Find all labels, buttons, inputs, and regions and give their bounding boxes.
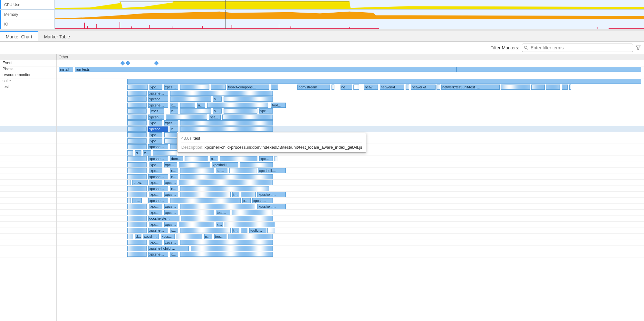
marker-dense[interactable] <box>127 234 133 239</box>
marker-dense[interactable] <box>127 96 147 102</box>
marker-dense[interactable] <box>406 85 409 90</box>
phase-continuation[interactable] <box>457 67 641 72</box>
marker-dense[interactable] <box>501 85 530 90</box>
marker-dense[interactable] <box>546 85 560 90</box>
marker-bar[interactable]: xpcs… <box>164 240 178 245</box>
track-row[interactable]: xpc…xpcs…t…xpcshell.… <box>57 192 644 198</box>
marker-bar[interactable]: xpcshe… <box>148 252 168 257</box>
track-row[interactable]: xpcshe…xp…n…tool… <box>57 102 644 108</box>
funnel-icon[interactable] <box>636 45 641 50</box>
marker-dense[interactable] <box>170 144 177 149</box>
marker-dense[interactable] <box>180 85 209 90</box>
marker-bar[interactable]: test… <box>216 210 230 215</box>
row-label-empty[interactable] <box>0 186 56 192</box>
marker-bar[interactable]: xpcshe… <box>148 103 168 108</box>
row-label-empty[interactable] <box>0 120 56 126</box>
track-row[interactable]: installrun-tests <box>57 66 644 73</box>
marker-bar[interactable]: se… <box>216 168 227 173</box>
track-row[interactable]: xpc…xpcs…xpcshell.… <box>57 204 644 210</box>
marker-bar[interactable]: xpcshe… <box>148 198 168 203</box>
marker-dense[interactable] <box>240 162 273 167</box>
row-label-empty[interactable] <box>0 246 56 252</box>
marker-bar[interactable]: xpcshe… <box>148 174 168 179</box>
cpu-graph-row[interactable]: CPU Use <box>0 0 644 10</box>
marker-bar[interactable]: xp… <box>170 186 178 191</box>
marker-bar[interactable]: netwerk/t… <box>411 85 436 90</box>
track-row[interactable]: xpc…xpcs…test… <box>57 210 644 216</box>
marker-bar[interactable]: netw… <box>364 85 378 90</box>
row-label-empty[interactable] <box>0 234 56 240</box>
marker-dense[interactable] <box>241 228 247 233</box>
row-label-empty[interactable] <box>0 150 56 156</box>
marker-dense[interactable] <box>180 168 214 173</box>
marker-dense[interactable] <box>127 144 147 149</box>
marker-dense[interactable] <box>267 228 275 233</box>
marker-bar[interactable]: xpcsh… <box>143 234 159 239</box>
marker-dense[interactable] <box>127 198 131 203</box>
marker-bar[interactable]: xpc… <box>149 210 162 215</box>
marker-bar[interactable]: netwerk/t… <box>380 85 405 90</box>
marker-dense[interactable] <box>232 210 273 215</box>
marker-bar[interactable]: xpc… <box>149 85 162 90</box>
row-label[interactable]: Phase <box>0 66 56 73</box>
marker-dense[interactable] <box>170 198 241 203</box>
marker-dense[interactable] <box>353 85 359 90</box>
marker-bar[interactable]: xpc… <box>149 180 162 185</box>
track-row[interactable]: xpcs…xp…s…xpc… <box>57 108 644 114</box>
marker-bar[interactable]: xp… <box>170 108 178 114</box>
marker-bar[interactable]: xpcs… <box>150 108 164 114</box>
track-row[interactable]: xpc…xp…se…xpcshell.… <box>57 168 644 174</box>
marker-bar[interactable]: xpcshell.… <box>258 168 286 173</box>
marker-bar[interactable]: xpcshe… <box>148 126 168 132</box>
marker-dense[interactable] <box>127 85 148 90</box>
marker-dense[interactable] <box>127 156 147 161</box>
row-label-empty[interactable] <box>0 96 56 102</box>
marker-dense[interactable] <box>170 96 211 102</box>
marker-dense[interactable] <box>127 240 147 245</box>
row-label-empty[interactable] <box>0 126 56 132</box>
marker-bar[interactable]: xpc… <box>149 120 162 125</box>
marker-bar[interactable]: xpcs… <box>164 204 178 209</box>
marker-bar[interactable]: xpc… <box>259 156 273 161</box>
row-label-empty[interactable] <box>0 216 56 222</box>
track-row[interactable]: xpcshe…s… <box>57 96 644 102</box>
marker-dense[interactable] <box>222 115 273 120</box>
marker-bar[interactable]: xp… <box>143 150 151 155</box>
marker-bar[interactable]: xpcshell-child-… <box>148 246 189 251</box>
marker-dense[interactable] <box>127 180 131 185</box>
marker-bar[interactable]: s… <box>213 96 222 102</box>
marker-dense[interactable] <box>562 85 568 90</box>
marker-dense[interactable] <box>127 204 147 209</box>
marker-bar[interactable]: toolkit/compone… <box>227 85 269 90</box>
marker-dense[interactable] <box>179 180 273 185</box>
marker-dense[interactable] <box>164 138 177 144</box>
marker-bar[interactable]: t… <box>232 192 239 197</box>
marker-bar[interactable]: d… <box>135 150 141 155</box>
marker-dense[interactable] <box>127 162 147 167</box>
marker-bar[interactable]: xp… <box>170 168 178 173</box>
track-row[interactable]: xpcshe…xp…t…toolki… <box>57 227 644 234</box>
marker-dense[interactable] <box>127 216 147 221</box>
row-label-empty[interactable] <box>0 90 56 96</box>
marker-dense[interactable] <box>180 204 255 209</box>
track-row[interactable]: xpcshe…xp… <box>57 186 644 192</box>
row-label-empty[interactable] <box>0 204 56 210</box>
marker-dense[interactable] <box>180 192 231 197</box>
row-label-empty[interactable] <box>0 210 56 216</box>
track-row[interactable]: docshell/te… <box>57 216 644 222</box>
marker-bar[interactable]: s… <box>213 108 222 114</box>
marker-bar[interactable]: xpcsh… <box>252 198 273 203</box>
io-graph-row[interactable]: IO <box>0 19 644 29</box>
marker-bar[interactable]: ne… <box>341 85 352 90</box>
row-label-empty[interactable] <box>0 114 56 120</box>
marker-bar[interactable]: xpcs… <box>164 180 177 185</box>
row-label[interactable]: suite <box>0 78 56 85</box>
marker-dense[interactable] <box>569 85 571 90</box>
marker-bar[interactable]: xpcshell.… <box>257 192 286 197</box>
suite-marker[interactable] <box>127 79 641 84</box>
marker-dense[interactable] <box>127 192 147 197</box>
marker-dense[interactable] <box>127 91 147 96</box>
phase-marker[interactable]: install <box>59 67 73 72</box>
marker-bar[interactable]: xpcs… <box>164 192 178 197</box>
marker-dense[interactable] <box>180 108 211 114</box>
